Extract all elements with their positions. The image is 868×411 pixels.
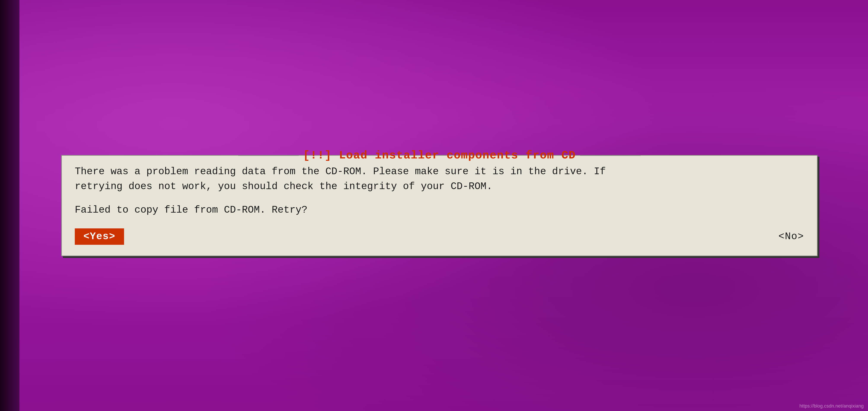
screen-content: [!!] Load installer components from CD T…	[39, 155, 839, 256]
dialog-title-bar: [!!] Load installer components from CD	[238, 149, 641, 162]
body-text-line3: Failed to copy file from CD-ROM. Retry?	[75, 204, 308, 216]
body-text-line2: retrying does not work, you should check…	[75, 181, 492, 192]
yes-button[interactable]: <Yes>	[75, 228, 124, 245]
title-line-left	[238, 155, 299, 156]
title-line-right	[580, 155, 641, 156]
dialog-body: There was a problem reading data from th…	[75, 164, 804, 217]
watermark: https://blog.csdn.net/anqixiang	[800, 403, 864, 409]
dialog-title: [!!] Load installer components from CD	[303, 149, 576, 162]
dialog-box: [!!] Load installer components from CD T…	[61, 155, 818, 256]
no-button[interactable]: <No>	[778, 231, 804, 242]
body-text-line1: There was a problem reading data from th…	[75, 166, 606, 177]
dialog-buttons: <Yes> <No>	[75, 228, 804, 245]
